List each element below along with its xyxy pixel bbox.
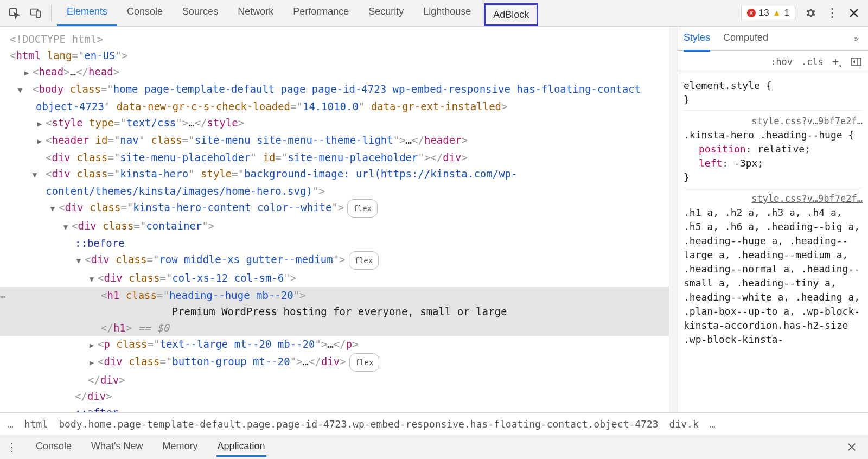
warning-count: 1	[784, 8, 789, 18]
warning-icon: ▲	[773, 8, 781, 18]
tab-security[interactable]: Security	[359, 0, 413, 26]
dom-tree[interactable]: <!DOCTYPE html> <html lang="en-US"> ▶<he…	[0, 27, 669, 412]
close-icon[interactable]	[844, 3, 864, 23]
dom-after[interactable]: ::after	[10, 404, 669, 412]
tab-elements[interactable]: Elements	[57, 0, 117, 26]
more-icon[interactable]: ⋮	[822, 3, 842, 23]
styles-sidebar: Styles Computed » :hov .cls +▾ element.s…	[678, 27, 868, 412]
drawer-tab-memory[interactable]: Memory	[162, 437, 199, 457]
styles-rules[interactable]: element.style { } style.css?v…9bf7e2f… .…	[678, 73, 868, 412]
rule-kinsta-hero[interactable]: style.css?v…9bf7e2f… .kinsta-hero .headi…	[684, 111, 863, 188]
dom-before[interactable]: ::before	[10, 235, 669, 251]
drawer-tab-application[interactable]: Application	[216, 437, 266, 457]
inspect-icon[interactable]	[4, 3, 24, 23]
dom-html[interactable]: <html lang="en-US">	[10, 47, 669, 63]
drawer-tab-console[interactable]: Console	[35, 437, 73, 457]
more-tabs-icon[interactable]: »	[854, 34, 858, 43]
error-count: 13	[759, 8, 769, 18]
dom-header[interactable]: ▶<header id="nav" class="site-menu site-…	[10, 132, 669, 149]
rule-source-link[interactable]: style.css?v…9bf7e2f…	[684, 192, 863, 206]
dom-p[interactable]: ▶<p class="text--large mt--20 mb--20">…<…	[10, 336, 669, 353]
dom-close-div2[interactable]: </div>	[10, 388, 669, 404]
crumb-html[interactable]: html	[24, 418, 48, 430]
dom-h1-text: Premium WordPress hosting for everyone, …	[10, 303, 669, 320]
styles-tabs: Styles Computed »	[678, 27, 868, 51]
drawer: ⋮ Console What's New Memory Application	[0, 435, 868, 459]
drawer-close-icon[interactable]	[842, 437, 861, 457]
dom-body[interactable]: ▼<body class="home page-template-default…	[10, 81, 669, 114]
tab-lighthouse[interactable]: Lighthouse	[413, 0, 481, 26]
svg-rect-2	[36, 11, 40, 17]
dom-head[interactable]: ▶<head>…</head>	[10, 63, 669, 81]
dom-doctype[interactable]: <!DOCTYPE html>	[10, 31, 669, 47]
crumb-overflow[interactable]: …	[8, 418, 14, 430]
issue-counter[interactable]: × 13 ▲ 1	[741, 5, 795, 21]
drawer-menu-icon[interactable]: ⋮	[7, 437, 17, 457]
rule-headings[interactable]: style.css?v…9bf7e2f… .h1 a, .h2 a, .h3 a…	[684, 188, 863, 350]
rule-source-link[interactable]: style.css?v…9bf7e2f…	[684, 114, 863, 128]
svg-rect-3	[851, 58, 861, 66]
dom-close-div[interactable]: </div>	[10, 372, 669, 388]
styles-filter-row: :hov .cls +▾	[678, 51, 868, 73]
dom-hero[interactable]: ▼<div class="kinsta-hero" style="backgro…	[10, 165, 669, 199]
dom-col[interactable]: ▼<div class="col-xs-12 col-sm-6">	[10, 270, 669, 287]
dom-style[interactable]: ▶<style type="text/css">…</style>	[10, 114, 669, 132]
cls-toggle[interactable]: .cls	[799, 55, 826, 68]
tab-console[interactable]: Console	[117, 0, 173, 26]
flex-badge[interactable]: flex	[349, 251, 379, 270]
device-toggle-icon[interactable]	[26, 3, 46, 23]
tab-performance[interactable]: Performance	[283, 0, 359, 26]
tab-network[interactable]: Network	[228, 0, 283, 26]
styles-tab-styles[interactable]: Styles	[684, 27, 710, 52]
dom-placeholder[interactable]: <div class="site-menu-placeholder" id="s…	[10, 149, 669, 165]
crumb-divk[interactable]: div.k	[669, 418, 699, 430]
error-icon: ×	[747, 9, 756, 17]
flex-badge[interactable]: flex	[347, 199, 378, 218]
dom-breadcrumb[interactable]: … html body.home.page-template-default.p…	[0, 412, 868, 435]
dom-container[interactable]: ▼<div class="container">	[10, 218, 669, 235]
flex-badge[interactable]: flex	[349, 353, 380, 372]
dom-selected-h1[interactable]: ⋯ <h1 class="heading--huge mb--20"> Prem…	[0, 287, 669, 336]
main-tabs: Elements Console Sources Network Perform…	[57, 0, 739, 26]
crumb-trail[interactable]: …	[710, 418, 716, 430]
settings-icon[interactable]	[801, 3, 820, 23]
drawer-tab-whatsnew[interactable]: What's New	[90, 437, 144, 457]
dom-scrollbar[interactable]	[669, 27, 678, 412]
devtools-toolbar: Elements Console Sources Network Perform…	[0, 0, 868, 27]
tab-adblock[interactable]: AdBlock	[484, 3, 538, 26]
styles-tab-computed[interactable]: Computed	[723, 27, 768, 52]
toggle-sidebar-icon[interactable]	[848, 56, 864, 67]
hov-toggle[interactable]: :hov	[768, 55, 795, 68]
divider	[51, 5, 52, 21]
dom-hero-content[interactable]: ▼<div class="kinsta-hero-content color--…	[10, 199, 669, 218]
tab-sources[interactable]: Sources	[173, 0, 228, 26]
add-rule-icon[interactable]: +▾	[830, 54, 844, 70]
rule-element-style[interactable]: element.style { }	[684, 75, 863, 111]
dom-row[interactable]: ▼<div class="row middle-xs gutter--mediu…	[10, 251, 669, 270]
crumb-body[interactable]: body.home.page-template-default.page.pag…	[59, 418, 658, 430]
dom-btn-group[interactable]: ▶<div class="button-group mt--20">…</div…	[10, 353, 669, 372]
